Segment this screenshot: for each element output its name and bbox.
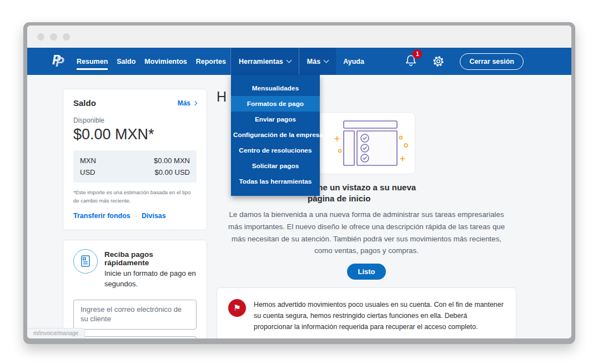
nav-tab-herramientas[interactable]: Herramientas Mensualidades Formatos de p… — [230, 48, 299, 75]
window-control-dot[interactable] — [37, 33, 44, 41]
nav-item-resumen[interactable]: Resumen — [72, 48, 112, 75]
listo-button[interactable]: Listo — [347, 264, 385, 280]
settings-button[interactable] — [432, 55, 445, 68]
quick-invoice-card: Reciba pagos rápidamente Inicie un forma… — [63, 240, 207, 338]
nav-item-movimientos[interactable]: Movimientos — [140, 48, 191, 75]
flag-icon: ⚑ — [228, 299, 246, 317]
window-titlebar — [27, 26, 571, 48]
balance-card-title: Saldo — [73, 98, 96, 108]
menu-item-solicitar-pagos[interactable]: Solicitar pagos — [231, 158, 320, 174]
transfer-funds-link[interactable]: Transferir fondos — [73, 212, 130, 220]
herramientas-dropdown-menu: Mensualidades Formatos de pago Enviar pa… — [231, 75, 320, 196]
notifications-button[interactable]: 1 — [405, 54, 417, 69]
welcome-illustration-card — [318, 112, 415, 174]
window-control-dot[interactable] — [63, 33, 70, 41]
nav-item-saldo[interactable]: Saldo — [112, 48, 140, 75]
nav-item-reportes[interactable]: Reportes — [192, 48, 230, 75]
logout-button[interactable]: Cerrar sesión — [460, 53, 524, 70]
customer-email-input[interactable]: Ingrese el correo electrónico de su clie… — [73, 300, 197, 330]
menu-item-centro-resoluciones[interactable]: Centro de resoluciones — [231, 143, 320, 158]
top-navbar: PP Resumen Saldo Movimientos Reportes He… — [27, 48, 571, 75]
currencies-link[interactable]: Divisas — [142, 212, 166, 220]
menu-item-mensualidades[interactable]: Mensualidades — [231, 80, 320, 96]
balance-amount: $0.00 MXN* — [73, 126, 197, 143]
dashboard-wireframe-illustration — [325, 117, 409, 170]
menu-item-formatos-de-pago[interactable]: Formatos de pago — [231, 96, 320, 112]
currency-row-mxn: MXN $0.00 MXN — [80, 155, 190, 166]
balance-card: Saldo Más Disponible $0.00 MXN* MXN $0.0… — [63, 89, 207, 230]
browser-viewport: PP Resumen Saldo Movimientos Reportes He… — [27, 26, 571, 338]
gear-icon — [432, 55, 445, 68]
nav-list: Resumen Saldo Movimientos Reportes — [72, 48, 230, 75]
promo-body: Le damos la bienvenida a una nueva forma… — [225, 209, 507, 257]
account-limitation-alert-card: ⚑ Hemos advertido movimientos poco usual… — [217, 287, 516, 338]
balance-available-label: Disponible — [73, 117, 197, 124]
nav-tab-mas-label: Más — [307, 58, 320, 65]
browser-status-bar: m/invoice/manage — [27, 328, 85, 338]
nav-item-ayuda[interactable]: Ayuda — [336, 48, 371, 75]
chevron-down-icon — [324, 58, 329, 63]
chevron-down-icon — [286, 58, 292, 63]
window-control-dot[interactable] — [50, 33, 57, 41]
currency-breakdown: MXN $0.00 MXN USD $0.00 USD — [73, 150, 197, 183]
navbar-right-group: 1 Cerrar sesión — [405, 48, 571, 75]
invoice-card-title: Reciba pagos rápidamente — [104, 249, 197, 267]
balance-footnote: *Este importe es una estimación basada e… — [73, 189, 197, 205]
menu-item-todas-herramientas[interactable]: Todas las herramientas — [231, 174, 320, 189]
nav-tab-mas[interactable]: Más — [299, 48, 336, 75]
invoice-card-subtitle: Inicie un formato de pago en segundos. — [104, 269, 197, 289]
nav-tab-herramientas-label: Herramientas — [239, 58, 283, 65]
invoice-document-icon — [80, 255, 91, 268]
menu-item-enviar-pagos[interactable]: Enviar pagos — [231, 112, 320, 127]
menu-item-configuracion-empresa[interactable]: Configuración de la empresa — [231, 127, 320, 143]
balance-more-link[interactable]: Más — [178, 99, 197, 107]
item-description-input[interactable]: Agregar una descripción del artículo — [73, 336, 197, 338]
link-separator: · — [135, 212, 137, 220]
alert-message: Hemos advertido movimientos poco usuales… — [254, 299, 505, 332]
sidebar: Saldo Más Disponible $0.00 MXN* MXN $0.0… — [63, 89, 207, 338]
paypal-logo[interactable]: PP — [52, 53, 68, 70]
promo-title: Eche un vistazo a su nueva página de ini… — [308, 182, 425, 204]
browser-window: PP Resumen Saldo Movimientos Reportes He… — [23, 22, 575, 344]
currency-row-usd: USD $0.00 USD — [80, 166, 190, 178]
invoice-icon-circle — [73, 249, 98, 274]
notification-badge: 1 — [413, 49, 422, 59]
chevron-right-icon — [193, 100, 197, 105]
